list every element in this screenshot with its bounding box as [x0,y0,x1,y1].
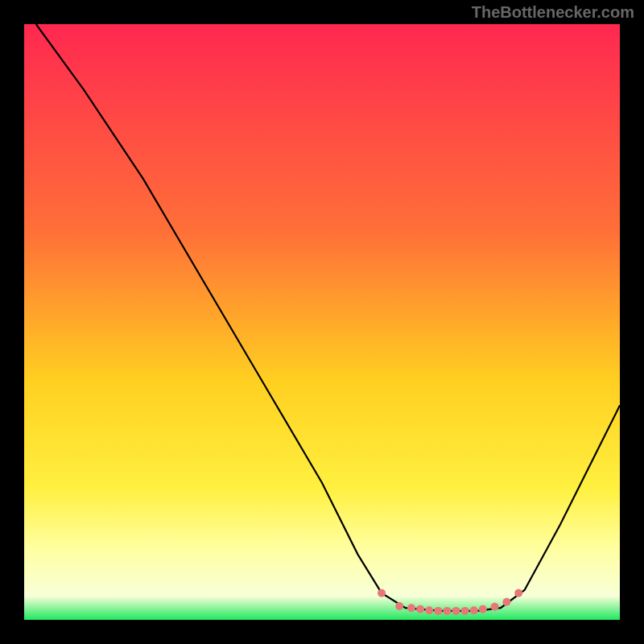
curve-dot [378,589,386,597]
curve-dot [514,589,522,597]
curve-dot [407,604,415,612]
curve-dot [452,607,460,615]
curve-dot [443,607,451,615]
curve-dot [470,606,478,614]
curve-dot [425,606,433,614]
curve-dot [434,607,442,615]
curve-dot [491,603,499,611]
chart-svg [24,24,620,620]
curve-dot [479,605,487,613]
curve-dot [395,602,403,610]
curve-dot [502,598,510,606]
gradient-background [24,24,620,620]
curve-dot [416,605,424,613]
chart-container [24,24,620,620]
curve-dot [461,607,469,615]
attribution-text: TheBottlenecker.com [472,3,634,22]
